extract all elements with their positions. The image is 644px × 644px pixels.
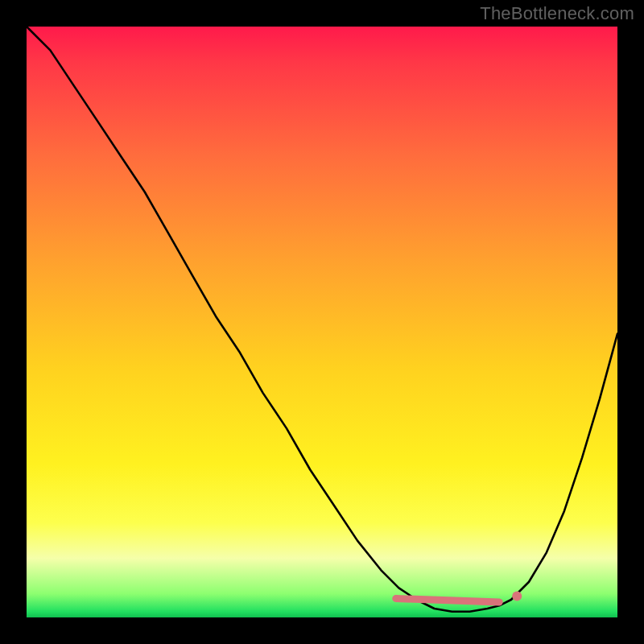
chart-frame: TheBottleneck.com (0, 0, 644, 644)
bottleneck-curve (27, 27, 617, 612)
optimal-range-marker (396, 599, 499, 602)
plot-area (27, 27, 617, 617)
optimal-point-marker (512, 592, 522, 601)
watermark-text: TheBottleneck.com (480, 3, 634, 24)
chart-svg (27, 27, 617, 617)
